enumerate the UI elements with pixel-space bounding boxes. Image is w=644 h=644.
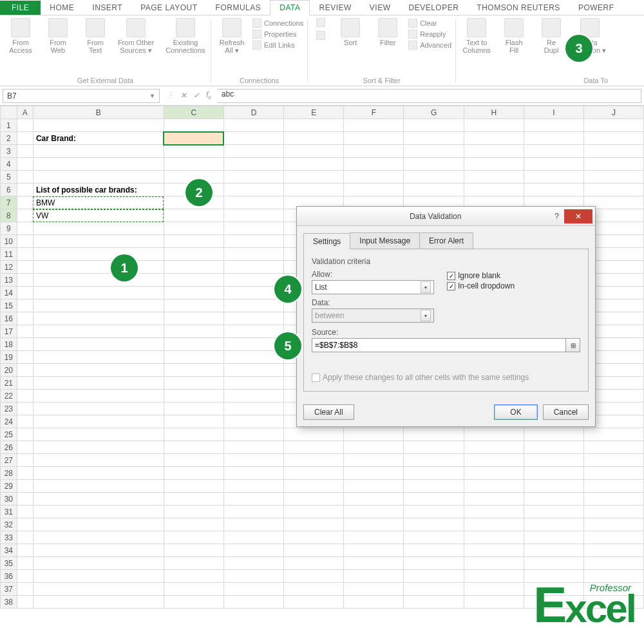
text-to-columns-button[interactable]: Text to Columns — [460, 18, 493, 54]
cell-E36[interactable] — [284, 570, 344, 583]
cell-D7[interactable] — [223, 196, 283, 209]
cell-A7[interactable] — [17, 196, 33, 209]
cell-B12[interactable] — [33, 261, 164, 274]
name-box[interactable]: B7▼ — [3, 89, 160, 103]
tab-error-alert[interactable]: Error Alert — [419, 232, 473, 249]
cell-C19[interactable] — [164, 351, 223, 364]
cell-I3[interactable] — [524, 145, 584, 158]
cell-D16[interactable] — [223, 312, 283, 325]
cell-F1[interactable] — [344, 119, 404, 132]
cell-F32[interactable] — [344, 518, 404, 531]
cell-B25[interactable] — [33, 428, 164, 441]
cell-A2[interactable] — [17, 132, 33, 145]
cell-A34[interactable] — [17, 544, 33, 557]
cell-H25[interactable] — [464, 428, 524, 441]
cell-C37[interactable] — [164, 583, 223, 596]
col-header-C[interactable]: C — [164, 106, 223, 119]
cell-A19[interactable] — [17, 351, 33, 364]
cell-J3[interactable] — [583, 145, 643, 158]
cell-B3[interactable] — [33, 145, 164, 158]
cell-I4[interactable] — [524, 158, 584, 171]
cell-J29[interactable] — [583, 480, 643, 493]
cell-C32[interactable] — [164, 518, 223, 531]
existing-connections-button[interactable]: Existing Connections — [164, 18, 207, 54]
row-header-6[interactable]: 6 — [1, 184, 17, 196]
cell-E4[interactable] — [284, 158, 344, 171]
cell-J28[interactable] — [583, 467, 643, 480]
cell-C3[interactable] — [164, 145, 223, 158]
row-header-16[interactable]: 16 — [1, 312, 17, 325]
chevron-down-icon[interactable]: ▾ — [421, 281, 431, 293]
cell-C14[interactable] — [164, 287, 223, 299]
clear-button[interactable]: Clear — [408, 19, 451, 28]
col-header-J[interactable]: J — [583, 106, 643, 119]
tab-home[interactable]: HOME — [41, 1, 83, 15]
tab-developer[interactable]: DEVELOPER — [400, 1, 468, 15]
cell-D37[interactable] — [223, 583, 283, 596]
cell-B30[interactable] — [33, 493, 164, 506]
cell-D3[interactable] — [223, 145, 283, 158]
cell-B36[interactable] — [33, 570, 164, 583]
cell-B2[interactable]: Car Brand: — [33, 132, 164, 145]
cell-F36[interactable] — [344, 570, 404, 583]
cell-I26[interactable] — [524, 441, 584, 454]
cell-A38[interactable] — [17, 596, 33, 609]
cell-C16[interactable] — [164, 312, 223, 325]
cell-D28[interactable] — [223, 467, 283, 480]
cell-B13[interactable] — [33, 274, 164, 287]
row-header-8[interactable]: 8 — [1, 209, 17, 222]
cell-B20[interactable] — [33, 364, 164, 377]
cell-B24[interactable] — [33, 415, 164, 428]
cell-D21[interactable] — [223, 377, 283, 390]
cell-H34[interactable] — [464, 544, 524, 557]
row-header-9[interactable]: 9 — [1, 222, 17, 235]
cell-B21[interactable] — [33, 377, 164, 390]
row-header-21[interactable]: 21 — [1, 377, 17, 390]
cell-F26[interactable] — [344, 441, 404, 454]
cell-B6[interactable]: List of possible car brands: — [33, 184, 164, 196]
cell-A22[interactable] — [17, 390, 33, 402]
cell-D2[interactable] — [223, 132, 283, 145]
cell-I2[interactable] — [524, 132, 584, 145]
cell-G5[interactable] — [404, 171, 464, 184]
cell-C25[interactable] — [164, 428, 223, 441]
cell-A20[interactable] — [17, 364, 33, 377]
cell-B4[interactable] — [33, 158, 164, 171]
cell-F28[interactable] — [344, 467, 404, 480]
col-header-D[interactable]: D — [223, 106, 283, 119]
cell-B29[interactable] — [33, 480, 164, 493]
cell-B22[interactable] — [33, 390, 164, 402]
cell-J35[interactable] — [583, 557, 643, 570]
cell-B27[interactable] — [33, 454, 164, 467]
cell-A6[interactable] — [17, 184, 33, 196]
cell-A27[interactable] — [17, 454, 33, 467]
cell-B10[interactable] — [33, 235, 164, 248]
tab-data[interactable]: DATA — [270, 0, 310, 15]
col-header-H[interactable]: H — [464, 106, 524, 119]
tab-thomson-reuters[interactable]: THOMSON REUTERS — [468, 1, 569, 15]
row-header-30[interactable]: 30 — [1, 493, 17, 506]
cell-D33[interactable] — [223, 531, 283, 544]
from-text-button[interactable]: From Text — [79, 18, 112, 54]
cell-B37[interactable] — [33, 583, 164, 596]
formula-input[interactable]: abc — [218, 89, 641, 103]
row-header-27[interactable]: 27 — [1, 454, 17, 467]
cell-A23[interactable] — [17, 402, 33, 415]
cell-J27[interactable] — [583, 454, 643, 467]
allow-select[interactable]: List▾ — [312, 280, 434, 294]
row-header-35[interactable]: 35 — [1, 557, 17, 570]
cell-A25[interactable] — [17, 428, 33, 441]
cell-B16[interactable] — [33, 312, 164, 325]
cell-A21[interactable] — [17, 377, 33, 390]
cell-A5[interactable] — [17, 171, 33, 184]
cell-A15[interactable] — [17, 299, 33, 312]
cell-J4[interactable] — [583, 158, 643, 171]
row-header-15[interactable]: 15 — [1, 299, 17, 312]
row-header-17[interactable]: 17 — [1, 325, 17, 338]
cell-C17[interactable] — [164, 325, 223, 338]
cell-J1[interactable] — [583, 119, 643, 132]
cell-I33[interactable] — [524, 531, 584, 544]
cell-D25[interactable] — [223, 428, 283, 441]
cell-A37[interactable] — [17, 583, 33, 596]
cell-G6[interactable] — [404, 184, 464, 196]
